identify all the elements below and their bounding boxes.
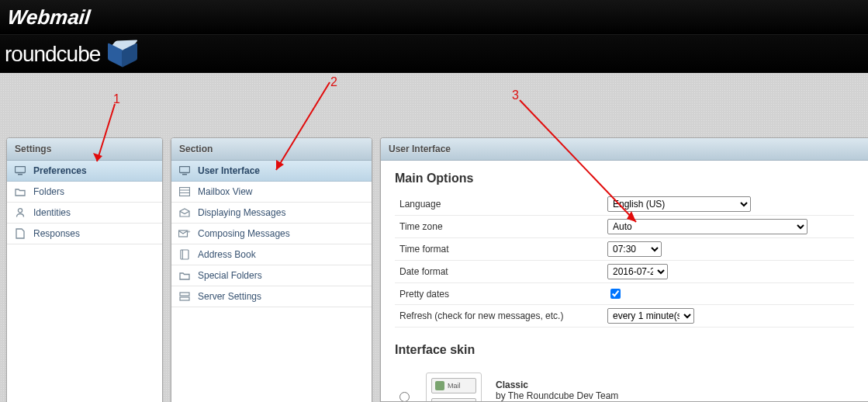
settings-item-label: Responses (33, 228, 156, 239)
section-item-mailbox-view[interactable]: Mailbox View (171, 182, 372, 203)
section-item-server-settings[interactable]: Server Settings (171, 286, 372, 307)
settings-item-responses[interactable]: Responses (7, 224, 162, 244)
svg-point-2 (18, 209, 22, 213)
section-item-label: Special Folders (198, 270, 365, 281)
prettydates-checkbox[interactable] (610, 289, 621, 299)
settings-item-folders[interactable]: Folders (7, 182, 162, 203)
section-item-special-folders[interactable]: Special Folders (171, 265, 372, 286)
skin-thumbnail[interactable]: Mail ★ (426, 373, 482, 402)
svg-text:+: + (187, 229, 191, 235)
folder-icon (178, 271, 192, 280)
main-options-fieldset: Main Options Language English (US) Time (395, 172, 854, 327)
content-panel: User Interface Main Options Language Eng… (380, 137, 868, 402)
settings-item-preferences[interactable]: Preferences (7, 161, 162, 182)
monitor-icon (13, 166, 27, 175)
prettydates-label: Pretty dates (395, 283, 603, 305)
svg-rect-1 (18, 174, 22, 175)
person-icon (13, 207, 27, 218)
skin-radio-classic[interactable] (399, 392, 410, 402)
timeformat-label: Time format (395, 238, 603, 261)
svg-rect-4 (182, 174, 187, 175)
settings-item-label: Preferences (33, 165, 156, 176)
settings-panel-title: Settings (7, 138, 162, 161)
dateformat-select[interactable]: 2016-07-24 (607, 264, 668, 279)
svg-rect-0 (16, 167, 26, 173)
svg-rect-13 (180, 297, 189, 300)
section-item-address-book[interactable]: Address Book (171, 244, 372, 265)
book-icon (178, 249, 192, 260)
content-panel-title: User Interface (381, 138, 868, 161)
main-options-legend: Main Options (395, 172, 473, 193)
language-label: Language (395, 193, 603, 216)
svg-rect-3 (180, 167, 190, 173)
section-item-label: Displaying Messages (198, 207, 365, 218)
svg-rect-12 (180, 293, 189, 296)
section-item-user-interface[interactable]: User Interface (171, 161, 372, 182)
timezone-select[interactable]: Auto (607, 219, 807, 234)
refresh-select[interactable]: every 1 minute(s) (607, 308, 694, 324)
skin-name: Classic (496, 379, 705, 390)
language-select[interactable]: English (US) (607, 196, 751, 212)
settings-list: Preferences Folders Identities (7, 161, 162, 244)
dateformat-label: Date format (395, 261, 603, 283)
annotation-1-label: 1 (113, 92, 120, 106)
roundcube-logo-icon (105, 39, 140, 70)
skin-info: Classic by The Roundcube Dev Team Licens… (496, 379, 705, 402)
folder-icon (13, 187, 27, 196)
svg-rect-10 (181, 250, 188, 259)
webmail-topbar: Webmail (0, 0, 868, 34)
list-icon (178, 187, 192, 196)
settings-item-identities[interactable]: Identities (7, 203, 162, 224)
skin-byline: by The Roundcube Dev Team (496, 390, 705, 401)
annotation-3-label: 3 (512, 88, 519, 102)
section-item-label: Composing Messages (198, 228, 365, 239)
document-icon (13, 228, 27, 239)
svg-rect-5 (180, 188, 190, 196)
section-list: User Interface Mailbox View Displaying M… (171, 161, 372, 307)
section-panel: Section User Interface Mailbox View (171, 137, 372, 402)
skin-row-classic: Mail ★ Classic by The Roundcube Dev Team… (395, 365, 854, 402)
roundcube-logo-text: roundcube (5, 42, 100, 67)
interface-skin-fieldset: Interface skin Mail ★ Classic by The Rou… (395, 343, 854, 402)
section-item-composing-messages[interactable]: + Composing Messages (171, 224, 372, 244)
section-item-displaying-messages[interactable]: Displaying Messages (171, 203, 372, 224)
section-item-label: User Interface (198, 165, 365, 176)
settings-item-label: Folders (33, 186, 156, 197)
timeformat-select[interactable]: 07:30 (607, 241, 662, 257)
mail-compose-icon: + (178, 229, 192, 238)
section-item-label: Mailbox View (198, 186, 365, 197)
refresh-label: Refresh (check for new messages, etc.) (395, 305, 603, 327)
mail-open-icon (178, 208, 192, 217)
timezone-label: Time zone (395, 216, 603, 238)
server-icon (178, 292, 192, 301)
settings-panel: Settings Preferences Folders (6, 137, 163, 402)
section-item-label: Address Book (198, 249, 365, 260)
annotation-2-label: 2 (330, 75, 337, 89)
settings-item-label: Identities (33, 207, 156, 218)
section-panel-title: Section (171, 138, 372, 161)
skin-thumb-label: Mail (448, 382, 461, 390)
roundcube-brandbar: roundcube (0, 34, 868, 74)
webmail-logo: Webmail (6, 5, 92, 29)
section-item-label: Server Settings (198, 291, 365, 302)
monitor-icon (178, 166, 192, 175)
interface-skin-legend: Interface skin (395, 343, 475, 365)
